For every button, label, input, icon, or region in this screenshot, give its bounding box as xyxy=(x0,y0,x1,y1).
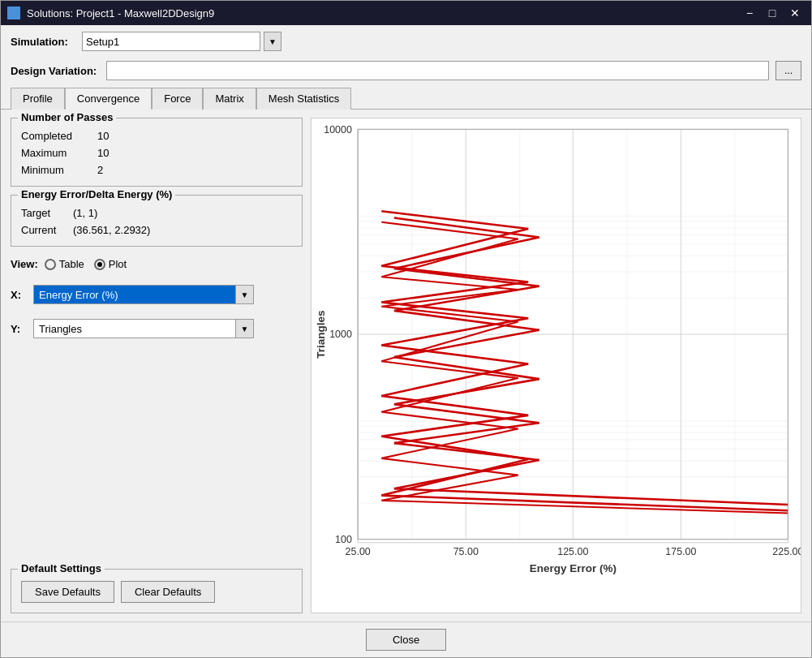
minimum-label: Minimum xyxy=(21,164,94,176)
simulation-dropdown-arrow[interactable]: ▼ xyxy=(264,32,281,51)
completed-value: 10 xyxy=(97,130,146,142)
svg-text:Triangles: Triangles xyxy=(315,310,327,358)
svg-text:1000: 1000 xyxy=(329,329,352,340)
view-radio-group: Table Plot xyxy=(45,258,127,270)
y-axis-dropdown-arrow[interactable]: ▼ xyxy=(236,319,254,338)
svg-text:100: 100 xyxy=(335,534,352,545)
svg-text:125.00: 125.00 xyxy=(557,546,588,557)
browse-button[interactable]: ... xyxy=(775,61,801,80)
tab-profile[interactable]: Profile xyxy=(11,88,65,110)
defaults-buttons: Save Defaults Clear Defaults xyxy=(21,581,292,603)
target-label: Target xyxy=(21,207,70,219)
svg-text:225.00: 225.00 xyxy=(772,546,801,557)
defaults-title: Default Settings xyxy=(18,562,105,574)
design-variation-input[interactable] xyxy=(106,61,769,80)
maximize-button[interactable]: □ xyxy=(763,5,782,21)
svg-text:175.00: 175.00 xyxy=(665,546,696,557)
y-axis-row: Y: Triangles ▼ xyxy=(11,319,303,338)
energy-error-group: Energy Error/Delta Energy (%) Target (1,… xyxy=(11,195,303,247)
x-axis-label: X: xyxy=(11,289,27,301)
tab-convergence[interactable]: Convergence xyxy=(65,88,152,110)
current-label: Current xyxy=(21,224,70,236)
tab-mesh-statistics[interactable]: Mesh Statistics xyxy=(256,88,351,110)
view-plot-radio[interactable] xyxy=(94,259,105,270)
y-axis-label: Y: xyxy=(11,323,27,335)
energy-error-title: Energy Error/Delta Energy (%) xyxy=(18,188,175,200)
save-defaults-button[interactable]: Save Defaults xyxy=(21,581,114,603)
view-table-label: Table xyxy=(59,258,84,270)
completed-label: Completed xyxy=(21,130,94,142)
view-label: View: xyxy=(11,258,38,270)
simulation-label: Simulation: xyxy=(11,36,75,48)
number-of-passes-title: Number of Passes xyxy=(18,111,116,123)
svg-text:Energy Error (%): Energy Error (%) xyxy=(530,562,617,574)
x-axis-dropdown-arrow[interactable]: ▼ xyxy=(236,285,254,304)
svg-text:25.00: 25.00 xyxy=(346,546,371,557)
simulation-dropdown-container: ▼ xyxy=(82,32,281,51)
view-table-option[interactable]: Table xyxy=(45,258,84,270)
spacer xyxy=(11,346,303,561)
title-bar: Solutions: Project1 - Maxwell2DDesign9 −… xyxy=(1,1,811,25)
svg-text:75.00: 75.00 xyxy=(453,546,479,557)
content-area: Number of Passes Completed 10 Maximum 10… xyxy=(1,110,811,621)
tabs-bar: Profile Convergence Force Matrix Mesh St… xyxy=(1,87,811,110)
x-axis-select[interactable]: Energy Error (%) xyxy=(33,285,236,304)
close-window-button[interactable]: ✕ xyxy=(785,5,805,21)
maximum-label: Maximum xyxy=(21,147,94,159)
view-table-radio[interactable] xyxy=(45,259,56,270)
design-variation-row: Design Variation: ... xyxy=(1,58,811,87)
target-value: (1, 1) xyxy=(73,207,292,219)
maximum-value: 10 xyxy=(97,147,146,159)
tab-force[interactable]: Force xyxy=(152,88,203,110)
window-controls: − □ ✕ xyxy=(740,5,805,21)
simulation-row: Simulation: ▼ xyxy=(1,25,811,58)
defaults-group: Default Settings Save Defaults Clear Def… xyxy=(11,569,303,613)
close-button[interactable]: Close xyxy=(366,629,446,651)
app-icon xyxy=(7,6,20,19)
bottom-bar: Close xyxy=(1,621,811,657)
window-title: Solutions: Project1 - Maxwell2DDesign9 xyxy=(27,7,733,19)
y-axis-select[interactable]: Triangles xyxy=(33,319,236,338)
minimum-value: 2 xyxy=(97,164,146,176)
tab-matrix[interactable]: Matrix xyxy=(203,88,256,110)
chart-area: 10000 1000 100 25.00 75.00 125.00 175.00… xyxy=(311,118,801,613)
main-window: Solutions: Project1 - Maxwell2DDesign9 −… xyxy=(0,0,812,658)
view-plot-option[interactable]: Plot xyxy=(94,258,127,270)
simulation-input[interactable] xyxy=(82,32,260,51)
y-axis-select-container: Triangles ▼ xyxy=(33,319,254,338)
left-panel: Number of Passes Completed 10 Maximum 10… xyxy=(11,118,303,613)
design-variation-label: Design Variation: xyxy=(11,65,100,77)
view-row: View: Table Plot xyxy=(11,258,303,270)
minimize-button[interactable]: − xyxy=(740,5,759,21)
current-value: (36.561, 2.2932) xyxy=(73,224,292,236)
x-axis-select-container: Energy Error (%) ▼ xyxy=(33,285,254,304)
energy-grid: Target (1, 1) Current (36.561, 2.2932) xyxy=(21,207,292,236)
svg-text:10000: 10000 xyxy=(324,124,352,135)
convergence-chart: 10000 1000 100 25.00 75.00 125.00 175.00… xyxy=(311,118,801,613)
number-of-passes-group: Number of Passes Completed 10 Maximum 10… xyxy=(11,118,303,187)
x-axis-row: X: Energy Error (%) ▼ xyxy=(11,285,303,304)
view-plot-label: Plot xyxy=(109,258,127,270)
passes-grid: Completed 10 Maximum 10 Minimum 2 xyxy=(21,130,292,176)
clear-defaults-button[interactable]: Clear Defaults xyxy=(121,581,215,603)
